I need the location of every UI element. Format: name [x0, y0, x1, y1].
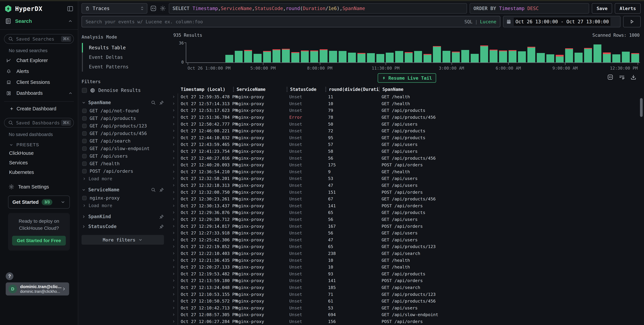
filter-checkbox-item[interactable]: GET /api/slow-endpoint — [82, 145, 164, 152]
histogram-bar[interactable] — [517, 42, 526, 62]
row-expand-icon[interactable] — [170, 265, 178, 269]
col-statuscode[interactable]: StatusCode — [290, 87, 325, 92]
pin-icon[interactable] — [159, 100, 164, 105]
histogram-bar[interactable] — [253, 42, 262, 62]
histogram-bar[interactable] — [234, 42, 243, 62]
row-expand-icon[interactable] — [170, 218, 178, 221]
histogram-bar[interactable] — [328, 42, 338, 62]
save-button[interactable]: Save — [592, 3, 612, 13]
row-expand-icon[interactable] — [170, 183, 178, 187]
row-expand-icon[interactable] — [170, 95, 178, 99]
table-row[interactable]: Oct 27 12:51:36.784 PMnginx-proxyError78… — [170, 114, 644, 121]
row-expand-icon[interactable] — [170, 149, 178, 153]
table-row[interactable]: Oct 27 12:29:36.876 PMnginx-proxyUnset65… — [170, 209, 644, 216]
histogram-bar[interactable] — [187, 42, 196, 62]
date-range-picker[interactable]: Oct 26 13:00:00 - Oct 27 13:00:00 — [503, 16, 620, 27]
histogram-bar[interactable] — [574, 42, 583, 62]
sidebar-item-alerts[interactable]: Alerts — [4, 66, 74, 77]
resume-live-tail-button[interactable]: Resume Live Tail — [378, 73, 436, 83]
histogram-bar[interactable] — [338, 42, 347, 62]
histogram-bar[interactable] — [347, 42, 357, 62]
user-menu[interactable]: D dominic.tran@clic... dominic.tran@clic… — [6, 282, 69, 296]
get-started-free-button[interactable]: Get Started for Free — [12, 236, 66, 246]
histogram-bar[interactable] — [442, 42, 451, 62]
row-expand-icon[interactable] — [170, 258, 178, 262]
saved-searches-input[interactable]: Saved Searches ⌘K — [4, 34, 74, 44]
saved-dashboards-input[interactable]: Saved Dashboards ⌘K — [4, 118, 74, 128]
col-spanname[interactable]: SpanName — [382, 87, 644, 92]
select-columns-input[interactable]: SELECT Timestamp,ServiceName,StatusCode,… — [169, 3, 467, 13]
search-icon[interactable] — [151, 100, 156, 105]
denoise-results-checkbox[interactable]: Denoise Results — [82, 87, 164, 93]
filter-checkbox-item[interactable]: GET /api/products — [82, 115, 164, 122]
column-resize-handle[interactable] — [233, 87, 234, 92]
histogram-bar[interactable] — [489, 42, 498, 62]
histogram-bar[interactable] — [385, 42, 394, 62]
row-expand-icon[interactable] — [170, 272, 178, 276]
sidebar-collapse-icon[interactable] — [67, 5, 74, 12]
filter-checkbox-item[interactable]: GET /api/search — [82, 137, 164, 145]
histogram-bar[interactable] — [366, 42, 376, 62]
sql-mode-toggle[interactable]: SQL — [464, 19, 472, 24]
table-row[interactable]: Oct 27 12:06:27.284 PMnginx-proxyUnset15… — [170, 318, 644, 325]
histogram-bar[interactable] — [423, 42, 432, 62]
table-row[interactable]: Oct 27 12:41:23.754 PMnginx-proxyUnset58… — [170, 148, 644, 155]
row-expand-icon[interactable] — [170, 252, 178, 255]
histogram-bar[interactable] — [508, 42, 517, 62]
histogram-bar[interactable] — [394, 42, 404, 62]
table-row[interactable]: Oct 27 12:20:27.133 PMnginx-proxyUnset10… — [170, 264, 644, 271]
row-expand-icon[interactable] — [170, 286, 178, 289]
histogram-bar[interactable] — [480, 42, 489, 62]
checkbox[interactable] — [82, 146, 86, 151]
source-select[interactable]: Traces — [82, 3, 147, 13]
checkbox[interactable] — [82, 88, 87, 93]
order-by-input[interactable]: ORDER BY Timestamp DESC — [470, 3, 589, 13]
row-expand-icon[interactable] — [170, 320, 178, 323]
histogram-bar[interactable] — [290, 42, 300, 62]
table-row[interactable]: Oct 27 12:32:18.313 PMnginx-proxyUnset47… — [170, 182, 644, 189]
row-expand-icon[interactable] — [170, 122, 178, 126]
table-row[interactable]: Oct 27 12:36:54.210 PMnginx-proxyUnset9G… — [170, 168, 644, 175]
chevron-up-icon[interactable] — [68, 19, 73, 24]
row-expand-icon[interactable] — [170, 108, 178, 112]
results-table-header[interactable]: Timestamp (Local) ServiceName StatusCode… — [170, 85, 644, 93]
row-expand-icon[interactable] — [170, 170, 178, 174]
sidebar-item-dashboards[interactable]: Dashboards — [4, 88, 74, 99]
table-row[interactable]: Oct 27 12:30:23.261 PMnginx-proxyUnset67… — [170, 196, 644, 202]
row-expand-icon[interactable] — [170, 204, 178, 208]
row-expand-icon[interactable] — [170, 156, 178, 160]
histogram-bar[interactable] — [621, 42, 630, 62]
row-expand-icon[interactable] — [170, 306, 178, 310]
histogram-bar[interactable] — [612, 42, 621, 62]
histogram-bar[interactable] — [206, 42, 215, 62]
histogram-bar[interactable] — [196, 42, 206, 62]
row-expand-icon[interactable] — [170, 190, 178, 194]
table-row[interactable]: Oct 27 12:43:59.465 PMnginx-proxyUnset57… — [170, 141, 644, 148]
table-row[interactable]: Oct 27 12:32:58.201 PMnginx-proxyUnset53… — [170, 175, 644, 182]
get-started-dropdown[interactable]: Get Started 3/3 — [8, 196, 70, 209]
table-row[interactable]: Oct 27 12:44:10.832 PMnginx-proxyUnset95… — [170, 134, 644, 141]
histogram-bar[interactable] — [451, 42, 460, 62]
checkbox[interactable] — [82, 154, 86, 158]
row-expand-icon[interactable] — [170, 224, 178, 228]
row-expand-icon[interactable] — [170, 313, 178, 317]
row-expand-icon[interactable] — [170, 293, 178, 296]
table-row[interactable]: Oct 27 12:29:14.817 PMnginx-proxyUnset16… — [170, 223, 644, 230]
row-expand-icon[interactable] — [170, 279, 178, 282]
histogram-bar[interactable] — [432, 42, 442, 62]
more-filters-button[interactable]: More filters — [82, 235, 164, 245]
alerts-button[interactable]: Alerts — [615, 3, 641, 13]
checkbox[interactable] — [82, 131, 86, 136]
filter-checkbox-item[interactable]: GET /api/not-found — [82, 107, 164, 115]
histogram-bar[interactable] — [470, 42, 480, 62]
filter-group-spankind[interactable]: SpanKind — [82, 214, 164, 219]
event-search-input[interactable]: Search your events w/ Lucene ex. column:… — [82, 16, 500, 27]
code-view-icon[interactable] — [150, 5, 157, 12]
col-timestamp[interactable]: Timestamp (Local) — [178, 87, 233, 92]
table-row[interactable]: Oct 27 12:29:30.712 PMnginx-proxyUnset56… — [170, 216, 644, 223]
col-servicename[interactable]: ServiceName — [236, 87, 286, 92]
histogram-bar[interactable] — [215, 42, 224, 62]
histogram-bar[interactable] — [602, 42, 612, 62]
table-row[interactable]: Oct 27 12:25:42.306 PMnginx-proxyUnset47… — [170, 236, 644, 243]
row-expand-icon[interactable] — [170, 231, 178, 235]
